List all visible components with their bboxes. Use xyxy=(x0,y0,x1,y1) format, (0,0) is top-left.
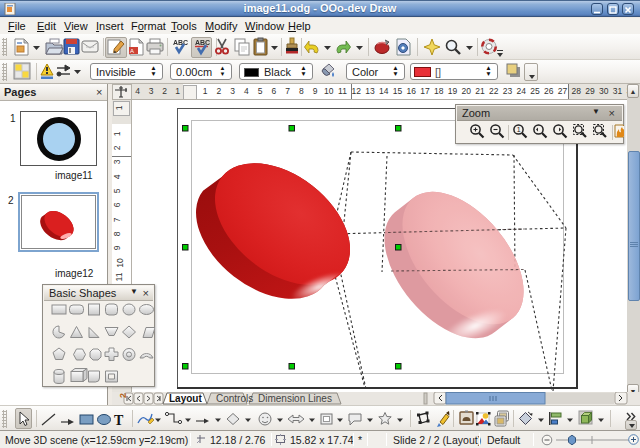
svg-text:Controls: Controls xyxy=(216,393,253,404)
svg-text:Layout: Layout xyxy=(169,393,202,404)
svg-text:T: T xyxy=(114,413,124,428)
svg-text:A: A xyxy=(130,48,134,54)
svg-text:Dimension Lines: Dimension Lines xyxy=(258,393,332,404)
svg-text:ABC: ABC xyxy=(195,39,210,46)
svg-text:ABC: ABC xyxy=(173,39,188,46)
svg-text:1: 1 xyxy=(517,126,521,133)
